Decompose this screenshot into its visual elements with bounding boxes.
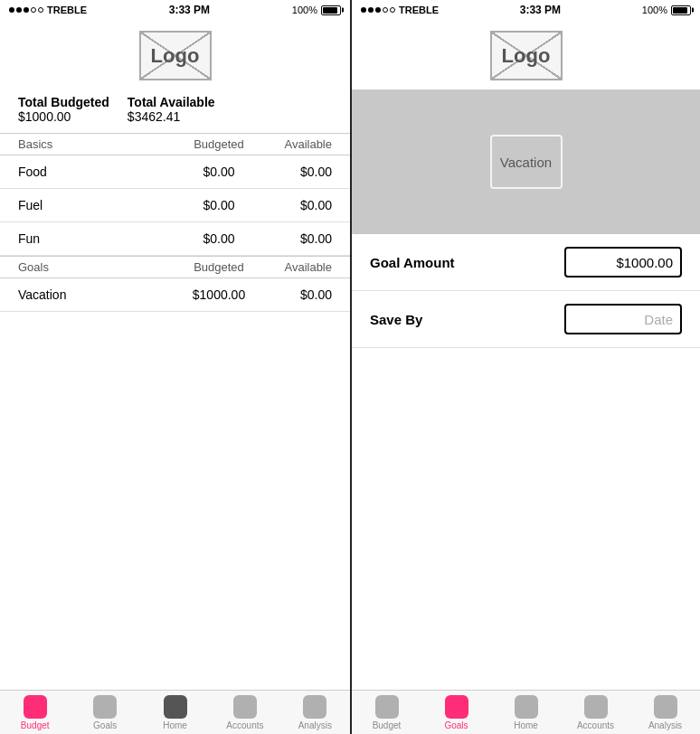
right-carrier: TREBLE	[399, 5, 439, 15]
food-budgeted: $0.00	[178, 165, 260, 179]
fuel-budgeted: $0.00	[178, 198, 260, 212]
left-logo-placeholder: Logo	[139, 31, 212, 80]
right-logo-area: Logo	[352, 20, 700, 89]
left-tab-budget[interactable]: Budget	[0, 691, 70, 734]
signal-dot-3	[24, 7, 29, 13]
right-signal-dots	[361, 7, 395, 13]
table-row[interactable]: Fun $0.00 $0.00	[0, 222, 350, 256]
table-row[interactable]: Food $0.00 $0.00	[0, 155, 350, 189]
left-tab-budget-label: Budget	[21, 720, 50, 730]
left-tab-analysis[interactable]: Analysis	[280, 691, 350, 734]
goals-header-budgeted: Budgeted	[178, 260, 260, 274]
goals-header-name: Goals	[18, 260, 178, 274]
left-total-budgeted: Total Budgeted $1000.00	[18, 95, 109, 124]
save-by-label: Save By	[370, 312, 564, 327]
left-battery-body	[321, 5, 341, 15]
right-tab-analysis-label: Analysis	[648, 720, 682, 730]
right-battery-body	[671, 5, 691, 15]
save-by-row: Save By Date	[352, 291, 700, 348]
right-logo-placeholder: Logo	[490, 31, 563, 80]
right-battery-icon	[671, 5, 691, 15]
accounts-icon	[233, 695, 257, 719]
left-tab-home[interactable]: Home	[140, 691, 210, 734]
analysis-icon	[303, 695, 326, 719]
fuel-name: Fuel	[18, 198, 178, 212]
right-status-left: TREBLE	[361, 5, 439, 15]
right-goals-icon	[445, 695, 468, 719]
left-summary-row: Total Budgeted $1000.00 Total Available …	[0, 89, 350, 133]
left-battery-fill	[323, 7, 337, 14]
right-tab-goals[interactable]: Goals	[421, 691, 491, 734]
left-total-available: Total Available $3462.41	[128, 95, 215, 124]
left-total-available-label: Total Available	[128, 95, 215, 109]
left-total-budgeted-label: Total Budgeted	[18, 95, 109, 109]
goal-form: Goal Amount $1000.00 Save By Date	[352, 234, 700, 690]
food-available: $0.00	[260, 165, 332, 179]
save-by-placeholder: Date	[644, 312, 673, 327]
right-tab-budget[interactable]: Budget	[352, 691, 421, 734]
table-row[interactable]: Vacation $1000.00 $0.00	[0, 278, 350, 312]
right-budget-icon	[375, 695, 399, 719]
signal-dot-r1	[361, 7, 366, 13]
left-logo-area: Logo	[0, 20, 350, 89]
left-signal-dots	[9, 7, 43, 13]
left-tab-goals-label: Goals	[93, 720, 117, 730]
goals-icon	[93, 695, 117, 719]
left-tab-goals[interactable]: Goals	[70, 691, 139, 734]
home-icon	[164, 695, 187, 719]
goal-image-label: Vacation	[500, 155, 552, 170]
left-carrier: TREBLE	[47, 5, 87, 15]
goal-amount-input[interactable]: $1000.00	[564, 247, 682, 278]
signal-dot-1	[9, 7, 14, 13]
left-tab-accounts[interactable]: Accounts	[210, 691, 279, 734]
right-tab-bar: Budget Goals Home Accounts Analysis	[352, 690, 700, 734]
right-time: 3:33 PM	[520, 4, 561, 16]
signal-dot-r4	[383, 7, 388, 13]
left-total-budgeted-value: $1000.00	[18, 109, 109, 124]
left-total-available-value: $3462.41	[128, 109, 215, 124]
basics-header: Basics Budgeted Available	[0, 133, 350, 155]
signal-dot-r5	[390, 7, 395, 13]
goals-header-available: Available	[260, 260, 332, 274]
vacation-available: $0.00	[260, 287, 332, 302]
right-tab-goals-label: Goals	[444, 720, 468, 730]
vacation-budgeted: $1000.00	[178, 287, 260, 302]
right-analysis-icon	[654, 695, 677, 719]
left-panel: TREBLE 3:33 PM 100% Logo Total Budgeted …	[0, 0, 350, 734]
right-home-icon	[515, 695, 538, 719]
food-name: Food	[18, 165, 178, 179]
goal-amount-label: Goal Amount	[370, 255, 564, 270]
table-row[interactable]: Fuel $0.00 $0.00	[0, 189, 350, 222]
left-tab-bar: Budget Goals Home Accounts Analysis	[0, 690, 350, 734]
right-tab-budget-label: Budget	[373, 720, 402, 730]
left-logo-text: Logo	[151, 44, 200, 68]
right-tab-home-label: Home	[514, 720, 538, 730]
left-status-left: TREBLE	[9, 5, 87, 15]
right-accounts-icon	[584, 695, 608, 719]
basics-header-budgeted: Budgeted	[178, 137, 260, 151]
goal-image-area[interactable]: Vacation	[352, 89, 700, 234]
basics-section: Basics Budgeted Available Food $0.00 $0.…	[0, 133, 350, 256]
fun-budgeted: $0.00	[178, 231, 260, 246]
right-tab-analysis[interactable]: Analysis	[630, 691, 700, 734]
left-budget-table: Basics Budgeted Available Food $0.00 $0.…	[0, 133, 350, 690]
right-tab-accounts-label: Accounts	[577, 720, 614, 730]
fun-name: Fun	[18, 231, 178, 246]
left-time: 3:33 PM	[169, 4, 210, 16]
fun-available: $0.00	[260, 231, 332, 246]
right-status-right: 100%	[642, 5, 691, 15]
left-status-right: 100%	[292, 5, 341, 15]
left-battery-icon	[321, 5, 341, 15]
budget-icon	[24, 695, 47, 719]
save-by-input[interactable]: Date	[564, 304, 682, 334]
left-status-bar: TREBLE 3:33 PM 100%	[0, 0, 350, 20]
signal-dot-5	[38, 7, 43, 13]
right-tab-home[interactable]: Home	[491, 691, 561, 734]
right-logo-text: Logo	[502, 44, 551, 68]
right-status-bar: TREBLE 3:33 PM 100%	[352, 0, 700, 20]
left-tab-home-label: Home	[163, 720, 187, 730]
signal-dot-r3	[375, 7, 381, 13]
fuel-available: $0.00	[260, 198, 332, 212]
right-tab-accounts[interactable]: Accounts	[561, 691, 630, 734]
vacation-name: Vacation	[18, 287, 178, 302]
